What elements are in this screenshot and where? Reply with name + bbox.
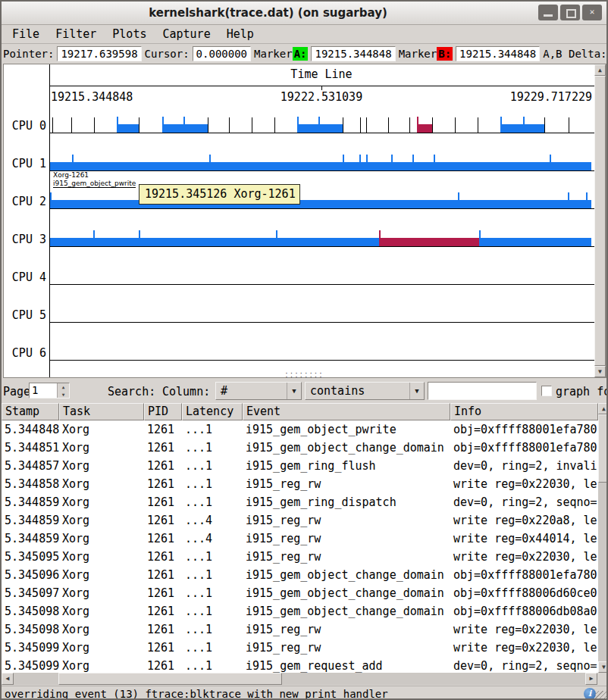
header-info[interactable]: Info: [450, 403, 598, 420]
table-cell: i915_reg_rw: [243, 530, 450, 548]
menu-file[interactable]: File: [12, 27, 39, 41]
table-cell: i915_gem_object_pwrite: [243, 420, 450, 439]
chevron-down-icon[interactable]: ▼: [409, 383, 424, 399]
spin-down-icon[interactable]: ▼: [58, 391, 69, 398]
event-tick[interactable]: [409, 117, 410, 133]
page-spin-arrows[interactable]: ▲ ▼: [57, 383, 69, 398]
minimize-button[interactable]: [538, 5, 558, 20]
table-row[interactable]: 5.344859Xorg1261...1i915_gem_ring_dispat…: [2, 493, 598, 511]
marker-a-key[interactable]: A:: [293, 47, 309, 61]
table-row[interactable]: 5.345098Xorg1261...1i915_reg_rwwrite reg…: [2, 620, 598, 639]
table-row[interactable]: 5.344857Xorg1261...1i915_gem_ring_flushd…: [2, 457, 598, 475]
scroll-left-icon[interactable]: ◀: [2, 673, 14, 685]
table-cell: 5.344848: [2, 420, 59, 439]
cpu-task-bar[interactable]: [297, 124, 343, 133]
table-row[interactable]: 5.345097Xorg1261...1i915_gem_object_chan…: [2, 584, 598, 602]
resize-grip[interactable]: [595, 691, 606, 700]
table-row[interactable]: 5.345095Xorg1261...1i915_reg_rwwrite reg…: [2, 548, 598, 566]
table-row[interactable]: 5.345099Xorg1261...1i915_gem_request_add…: [2, 657, 598, 673]
table-row[interactable]: 5.345098Xorg1261...1i915_gem_object_chan…: [2, 602, 598, 620]
event-tick[interactable]: [432, 117, 433, 133]
table-row[interactable]: 5.345099Xorg1261...1i915_reg_rwwrite reg…: [2, 639, 598, 657]
column-label: Column:: [162, 385, 210, 398]
table-scroll-thumb[interactable]: [598, 414, 608, 483]
header-latency[interactable]: Latency: [182, 403, 243, 420]
header-event[interactable]: Event: [243, 403, 450, 420]
table-cell: ...1: [182, 420, 243, 439]
cpu-task-bar[interactable]: [417, 124, 432, 133]
marker-b-key[interactable]: B:: [437, 47, 453, 61]
header-task[interactable]: Task: [59, 403, 144, 420]
pane-splitter[interactable]: ········ ········: [2, 372, 606, 380]
cpu-task-bar[interactable]: [49, 200, 591, 208]
cpu-task-bar[interactable]: [379, 238, 479, 246]
table-cell: 1261: [144, 602, 182, 620]
table-cell: i915_reg_rw: [243, 639, 450, 657]
maximize-button[interactable]: [560, 5, 580, 20]
event-tick[interactable]: [343, 117, 343, 133]
graph-follows-checkbox[interactable]: [541, 386, 552, 396]
cpu-task-bar[interactable]: [49, 238, 379, 246]
chevron-down-icon[interactable]: ▼: [287, 383, 301, 399]
table-row[interactable]: 5.345096Xorg1261...1i915_gem_object_chan…: [2, 566, 598, 584]
graph-vertical-scrollbar[interactable]: ▲ ▼: [594, 64, 606, 377]
cpu-label: CPU 2: [4, 195, 46, 208]
graph-follows-label: graph follows: [556, 385, 608, 398]
table-row[interactable]: 5.344859Xorg1261...4i915_reg_rwwrite reg…: [2, 511, 598, 530]
cpu-task-bar[interactable]: [162, 124, 208, 133]
header-pid[interactable]: PID: [144, 403, 182, 420]
event-tick[interactable]: [252, 117, 252, 133]
scroll-up-icon[interactable]: ▲: [598, 403, 608, 414]
match-select[interactable]: contains ▼: [305, 382, 425, 400]
column-select[interactable]: # ▼: [215, 382, 302, 400]
table-row[interactable]: 5.344859Xorg1261...4i915_reg_rwwrite reg…: [2, 530, 598, 548]
scroll-up-icon[interactable]: ▲: [594, 64, 606, 76]
table-vertical-scrollbar[interactable]: ▲ ▼: [598, 403, 608, 673]
table-row[interactable]: 5.344848Xorg1261...1i915_gem_object_pwri…: [2, 420, 598, 439]
event-tick[interactable]: [274, 117, 275, 133]
event-tick[interactable]: [455, 117, 456, 133]
menu-plots[interactable]: Plots: [112, 27, 146, 41]
menu-help[interactable]: Help: [227, 27, 254, 41]
cpu-task-bar[interactable]: [479, 238, 591, 246]
event-tick[interactable]: [544, 117, 545, 133]
header-stamp[interactable]: Stamp: [2, 403, 59, 420]
table-row[interactable]: 5.344858Xorg1261...1i915_reg_rwwrite reg…: [2, 475, 598, 493]
timeline-graph[interactable]: Time Line 19215.344848 19222.531039 1922…: [3, 64, 606, 378]
table-cell: ...1: [182, 457, 243, 475]
page-spinner[interactable]: 1 ▲ ▼: [29, 383, 70, 398]
table-horizontal-scrollbar[interactable]: ◀ ▶: [2, 673, 597, 685]
scroll-down-icon[interactable]: ▼: [598, 661, 608, 673]
close-button[interactable]: ✕: [582, 5, 602, 20]
title-bar[interactable]: kernelshark(trace.dat) (on sugarbay) ✕: [2, 2, 606, 25]
hscroll-thumb[interactable]: [58, 673, 282, 685]
event-tick[interactable]: [360, 117, 361, 133]
graph-scroll-thumb[interactable]: [594, 76, 606, 366]
cpu-task-bar[interactable]: [49, 162, 591, 170]
cursor-label: Cursor:: [145, 48, 190, 60]
table-cell: 1261: [144, 493, 182, 511]
info-icon[interactable]: i: [584, 688, 596, 700]
event-tick[interactable]: [569, 117, 569, 133]
menu-capture[interactable]: Capture: [162, 27, 210, 41]
cpu-task-bar[interactable]: [117, 124, 139, 133]
cpu-task-bar[interactable]: [500, 124, 544, 133]
event-tick[interactable]: [366, 117, 367, 133]
spin-up-icon[interactable]: ▲: [58, 383, 69, 391]
scroll-right-icon[interactable]: ▶: [585, 673, 597, 685]
event-tick[interactable]: [229, 117, 230, 133]
marker-a-value: 19215.344848: [311, 46, 395, 61]
cpu-baseline: [49, 360, 594, 361]
event-tick[interactable]: [388, 117, 389, 133]
event-tick[interactable]: [478, 117, 478, 133]
table-cell: 5.345098: [2, 602, 59, 620]
event-tick[interactable]: [52, 117, 53, 133]
event-tick[interactable]: [139, 117, 139, 133]
event-tick[interactable]: [94, 117, 95, 133]
table-row[interactable]: 5.344851Xorg1261...1i915_gem_object_chan…: [2, 439, 598, 457]
table-cell: write reg=0x22030, le: [450, 639, 598, 657]
search-input[interactable]: [428, 382, 537, 400]
event-tick[interactable]: [208, 117, 208, 133]
menu-filter[interactable]: Filter: [55, 27, 96, 41]
event-tick[interactable]: [71, 117, 72, 133]
